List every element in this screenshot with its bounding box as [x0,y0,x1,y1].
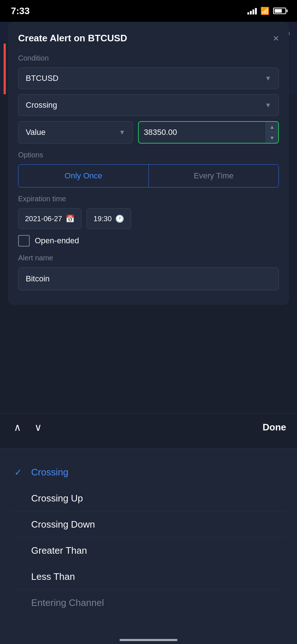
options-section: Options Only Once Every Time [18,151,279,187]
every-time-button[interactable]: Every Time [149,165,279,187]
symbol-dropdown-value: BTCUSD [26,74,58,83]
create-alert-modal: Create Alert on BTCUSD × Condition BTCUS… [8,22,289,305]
menu-item-less-than[interactable]: ✓ Less Than [11,564,286,590]
time-picker[interactable]: 19:30 🕐 [87,208,131,229]
open-ended-label: Open-ended [35,236,79,245]
status-bar: 7:33 📶 [0,0,297,22]
done-button[interactable]: Done [263,422,286,433]
status-time: 7:33 [11,5,30,17]
date-value: 2021-06-27 [25,215,62,223]
menu-label-crossing-down: Crossing Down [31,519,95,530]
toolbar-nav: ∧ ∨ [11,418,45,436]
value-increment-button[interactable]: ▲ [266,122,278,133]
bottom-toolbar: ∧ ∨ Done [0,413,297,441]
open-ended-checkbox[interactable] [18,235,30,247]
menu-item-crossing-up[interactable]: ✓ Crossing Up [11,486,286,512]
menu-item-crossing[interactable]: ✓ Crossing [11,459,286,486]
value-decrement-button[interactable]: ▼ [266,133,278,143]
menu-label-entering-channel: Entering Channel [31,597,104,608]
alert-name-input[interactable] [18,267,279,290]
menu-label-less-than: Less Than [31,571,75,582]
condition-dropdown-menu: ✓ Crossing ✓ Crossing Up ✓ Crossing Down… [0,448,297,644]
status-icons: 📶 [247,7,286,15]
value-type-dropdown[interactable]: Value ▼ [18,121,133,144]
modal-header: Create Alert on BTCUSD × [18,33,279,44]
datetime-row: 2021-06-27 📅 19:30 🕐 [18,208,279,229]
chart-candle [4,44,6,94]
signal-icon [247,7,257,15]
alert-name-label: Alert name [18,254,279,262]
home-indicator [120,639,177,641]
value-spinners: ▲ ▼ [265,122,278,143]
menu-item-entering-channel[interactable]: ✓ Entering Channel [11,590,286,616]
condition-label: Condition [18,54,279,62]
menu-item-greater-than[interactable]: ✓ Greater Than [11,538,286,564]
symbol-dropdown[interactable]: BTCUSD ▼ [18,67,279,89]
wifi-icon: 📶 [260,7,269,15]
nav-down-button[interactable]: ∨ [32,418,45,436]
symbol-dropdown-arrow: ▼ [265,75,271,82]
battery-icon [273,8,286,14]
value-type-text: Value [26,128,46,137]
close-button[interactable]: × [273,33,279,44]
crossing-dropdown[interactable]: Crossing ▼ [18,94,279,116]
value-input-wrapper: ▲ ▼ [138,121,279,144]
open-ended-row: Open-ended [18,235,279,247]
menu-label-greater-than: Greater Than [31,545,87,556]
options-label: Options [18,151,279,159]
calendar-icon: 📅 [66,214,75,223]
value-input[interactable] [139,122,265,143]
expiration-section: Expiration time 2021-06-27 📅 19:30 🕐 Ope… [18,195,279,247]
alert-name-section: Alert name [18,254,279,290]
value-row: Value ▼ ▲ ▼ [18,121,279,144]
frequency-toggle-group: Only Once Every Time [18,164,279,187]
crossing-dropdown-value: Crossing [26,100,57,110]
only-once-button[interactable]: Only Once [18,165,149,187]
nav-up-button[interactable]: ∧ [11,418,24,436]
clock-icon: 🕐 [115,214,124,223]
date-picker[interactable]: 2021-06-27 📅 [18,208,81,229]
modal-title: Create Alert on BTCUSD [18,33,127,44]
expiration-label: Expiration time [18,195,279,203]
menu-label-crossing: Crossing [31,467,68,478]
time-value: 19:30 [93,215,112,223]
check-icon-crossing: ✓ [14,467,28,478]
menu-item-crossing-down[interactable]: ✓ Crossing Down [11,512,286,538]
menu-label-crossing-up: Crossing Up [31,493,83,504]
crossing-dropdown-arrow: ▼ [265,102,271,109]
value-type-arrow: ▼ [119,129,125,136]
